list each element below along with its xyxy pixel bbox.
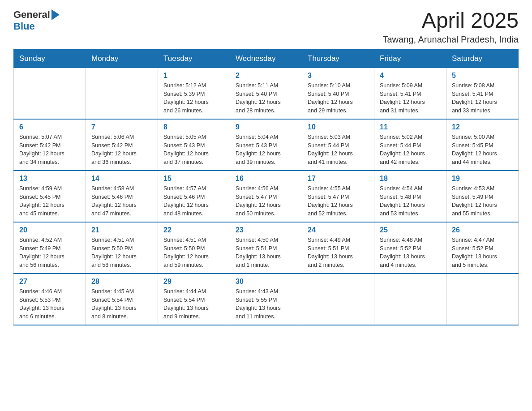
day-of-week-header: Tuesday <box>158 49 230 68</box>
day-number: 12 <box>452 123 513 131</box>
calendar-cell: 23Sunrise: 4:50 AM Sunset: 5:51 PM Dayli… <box>230 222 302 274</box>
calendar-cell: 28Sunrise: 4:45 AM Sunset: 5:54 PM Dayli… <box>86 274 158 325</box>
calendar-cell: 22Sunrise: 4:51 AM Sunset: 5:50 PM Dayli… <box>158 222 230 274</box>
day-number: 19 <box>452 175 513 183</box>
calendar-cell: 14Sunrise: 4:58 AM Sunset: 5:46 PM Dayli… <box>86 171 158 222</box>
calendar-cell: 26Sunrise: 4:47 AM Sunset: 5:52 PM Dayli… <box>446 222 519 274</box>
calendar-cell: 7Sunrise: 5:06 AM Sunset: 5:42 PM Daylig… <box>86 119 158 171</box>
day-info: Sunrise: 4:55 AM Sunset: 5:47 PM Dayligh… <box>308 184 369 218</box>
day-number: 20 <box>19 226 80 234</box>
calendar-cell <box>14 68 86 119</box>
day-number: 9 <box>236 123 296 131</box>
calendar-cell: 11Sunrise: 5:02 AM Sunset: 5:44 PM Dayli… <box>374 119 446 171</box>
day-number: 11 <box>380 123 441 131</box>
day-info: Sunrise: 5:03 AM Sunset: 5:44 PM Dayligh… <box>308 133 369 167</box>
calendar-cell <box>86 68 158 119</box>
day-info: Sunrise: 4:49 AM Sunset: 5:51 PM Dayligh… <box>308 236 369 270</box>
day-info: Sunrise: 4:43 AM Sunset: 5:55 PM Dayligh… <box>236 287 296 321</box>
calendar-cell <box>446 274 519 325</box>
day-number: 29 <box>163 278 224 286</box>
calendar-cell: 8Sunrise: 5:05 AM Sunset: 5:43 PM Daylig… <box>158 119 230 171</box>
logo-blue-text: Blue <box>13 21 35 32</box>
day-number: 13 <box>19 175 80 183</box>
day-info: Sunrise: 5:00 AM Sunset: 5:45 PM Dayligh… <box>452 133 513 167</box>
calendar-cell: 1Sunrise: 5:12 AM Sunset: 5:39 PM Daylig… <box>158 68 230 119</box>
calendar-cell: 29Sunrise: 4:44 AM Sunset: 5:54 PM Dayli… <box>158 274 230 325</box>
day-info: Sunrise: 4:53 AM Sunset: 5:49 PM Dayligh… <box>452 184 513 218</box>
day-info: Sunrise: 4:47 AM Sunset: 5:52 PM Dayligh… <box>452 236 513 270</box>
day-info: Sunrise: 4:58 AM Sunset: 5:46 PM Dayligh… <box>91 184 152 218</box>
calendar-cell: 5Sunrise: 5:08 AM Sunset: 5:41 PM Daylig… <box>446 68 519 119</box>
header-title-section: April 2025 Tawang, Arunachal Pradesh, In… <box>382 9 519 45</box>
calendar-cell: 12Sunrise: 5:00 AM Sunset: 5:45 PM Dayli… <box>446 119 519 171</box>
calendar-cell: 25Sunrise: 4:48 AM Sunset: 5:52 PM Dayli… <box>374 222 446 274</box>
day-number: 6 <box>19 123 80 131</box>
day-number: 28 <box>91 278 152 286</box>
day-info: Sunrise: 4:50 AM Sunset: 5:51 PM Dayligh… <box>236 236 296 270</box>
day-info: Sunrise: 5:06 AM Sunset: 5:42 PM Dayligh… <box>91 133 152 167</box>
day-number: 22 <box>163 226 224 234</box>
day-of-week-header: Wednesday <box>230 49 302 68</box>
day-info: Sunrise: 5:09 AM Sunset: 5:41 PM Dayligh… <box>380 81 441 115</box>
day-of-week-header: Friday <box>374 49 446 68</box>
day-info: Sunrise: 4:46 AM Sunset: 5:53 PM Dayligh… <box>19 287 80 321</box>
day-number: 4 <box>380 72 441 80</box>
logo: General Blue <box>13 9 60 32</box>
calendar-cell: 18Sunrise: 4:54 AM Sunset: 5:48 PM Dayli… <box>374 171 446 222</box>
logo-triangle-icon <box>51 9 60 20</box>
day-info: Sunrise: 5:11 AM Sunset: 5:40 PM Dayligh… <box>236 81 296 115</box>
day-info: Sunrise: 5:07 AM Sunset: 5:42 PM Dayligh… <box>19 133 80 167</box>
day-info: Sunrise: 4:44 AM Sunset: 5:54 PM Dayligh… <box>163 287 224 321</box>
page-header: General Blue April 2025 Tawang, Arunacha… <box>13 9 519 45</box>
day-number: 26 <box>452 226 513 234</box>
calendar-header-row: SundayMondayTuesdayWednesdayThursdayFrid… <box>14 49 519 68</box>
calendar-week-row: 6Sunrise: 5:07 AM Sunset: 5:42 PM Daylig… <box>14 119 519 171</box>
day-number: 21 <box>91 226 152 234</box>
day-number: 24 <box>308 226 369 234</box>
calendar-cell: 30Sunrise: 4:43 AM Sunset: 5:55 PM Dayli… <box>230 274 302 325</box>
day-number: 5 <box>452 72 513 80</box>
day-info: Sunrise: 4:59 AM Sunset: 5:45 PM Dayligh… <box>19 184 80 218</box>
calendar-cell: 21Sunrise: 4:51 AM Sunset: 5:50 PM Dayli… <box>86 222 158 274</box>
day-info: Sunrise: 4:51 AM Sunset: 5:50 PM Dayligh… <box>163 236 224 270</box>
day-info: Sunrise: 5:05 AM Sunset: 5:43 PM Dayligh… <box>163 133 224 167</box>
day-number: 17 <box>308 175 369 183</box>
day-info: Sunrise: 5:10 AM Sunset: 5:40 PM Dayligh… <box>308 81 369 115</box>
calendar-cell: 6Sunrise: 5:07 AM Sunset: 5:42 PM Daylig… <box>14 119 86 171</box>
calendar-week-row: 13Sunrise: 4:59 AM Sunset: 5:45 PM Dayli… <box>14 171 519 222</box>
day-number: 8 <box>163 123 224 131</box>
day-number: 7 <box>91 123 152 131</box>
calendar-cell: 4Sunrise: 5:09 AM Sunset: 5:41 PM Daylig… <box>374 68 446 119</box>
day-info: Sunrise: 5:04 AM Sunset: 5:43 PM Dayligh… <box>236 133 296 167</box>
day-of-week-header: Sunday <box>14 49 86 68</box>
month-year-title: April 2025 <box>382 9 519 33</box>
calendar-cell: 9Sunrise: 5:04 AM Sunset: 5:43 PM Daylig… <box>230 119 302 171</box>
day-number: 18 <box>380 175 441 183</box>
calendar-cell: 10Sunrise: 5:03 AM Sunset: 5:44 PM Dayli… <box>302 119 374 171</box>
calendar-cell: 17Sunrise: 4:55 AM Sunset: 5:47 PM Dayli… <box>302 171 374 222</box>
day-number: 30 <box>236 278 296 286</box>
day-number: 16 <box>236 175 296 183</box>
day-info: Sunrise: 4:52 AM Sunset: 5:49 PM Dayligh… <box>19 236 80 270</box>
day-info: Sunrise: 5:02 AM Sunset: 5:44 PM Dayligh… <box>380 133 441 167</box>
day-info: Sunrise: 4:45 AM Sunset: 5:54 PM Dayligh… <box>91 287 152 321</box>
calendar-cell: 24Sunrise: 4:49 AM Sunset: 5:51 PM Dayli… <box>302 222 374 274</box>
calendar-cell: 20Sunrise: 4:52 AM Sunset: 5:49 PM Dayli… <box>14 222 86 274</box>
day-info: Sunrise: 4:51 AM Sunset: 5:50 PM Dayligh… <box>91 236 152 270</box>
calendar-cell: 19Sunrise: 4:53 AM Sunset: 5:49 PM Dayli… <box>446 171 519 222</box>
calendar-week-row: 1Sunrise: 5:12 AM Sunset: 5:39 PM Daylig… <box>14 68 519 119</box>
day-info: Sunrise: 4:57 AM Sunset: 5:46 PM Dayligh… <box>163 184 224 218</box>
calendar-cell: 13Sunrise: 4:59 AM Sunset: 5:45 PM Dayli… <box>14 171 86 222</box>
day-of-week-header: Thursday <box>302 49 374 68</box>
day-number: 27 <box>19 278 80 286</box>
day-info: Sunrise: 4:48 AM Sunset: 5:52 PM Dayligh… <box>380 236 441 270</box>
day-number: 14 <box>91 175 152 183</box>
calendar-cell <box>374 274 446 325</box>
day-number: 15 <box>163 175 224 183</box>
day-number: 10 <box>308 123 369 131</box>
calendar-cell: 16Sunrise: 4:56 AM Sunset: 5:47 PM Dayli… <box>230 171 302 222</box>
day-info: Sunrise: 4:56 AM Sunset: 5:47 PM Dayligh… <box>236 184 296 218</box>
calendar-week-row: 27Sunrise: 4:46 AM Sunset: 5:53 PM Dayli… <box>14 274 519 325</box>
day-number: 2 <box>236 72 296 80</box>
calendar-cell: 15Sunrise: 4:57 AM Sunset: 5:46 PM Dayli… <box>158 171 230 222</box>
